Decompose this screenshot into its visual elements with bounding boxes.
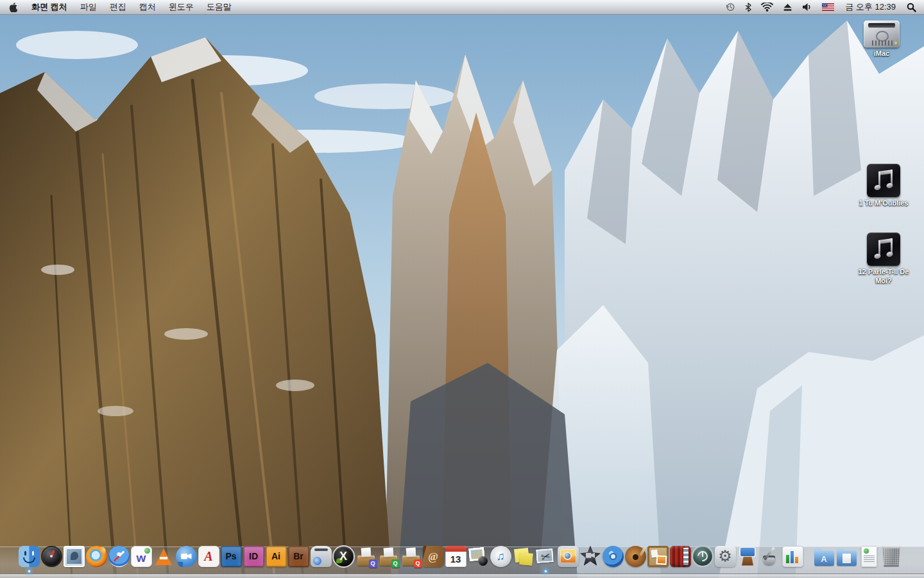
- app-icon: [647, 546, 669, 567]
- dock-item-toast[interactable]: [310, 545, 332, 568]
- dock-item-webhard[interactable]: w: [130, 545, 152, 568]
- dock-item-finder[interactable]: [18, 545, 40, 568]
- dock-item-quarkxpress[interactable]: X: [332, 545, 354, 568]
- app-icon: [176, 546, 197, 567]
- dock-item-documents-folder[interactable]: [835, 545, 857, 568]
- dock-item-indesign[interactable]: ID: [243, 545, 264, 568]
- dock-item-time-machine[interactable]: [692, 545, 714, 568]
- app-icon: Ps: [221, 546, 242, 567]
- dock-items: w A Ps ID Ai Br X Q Q Q @ 13: [18, 545, 902, 568]
- dock-item-photoshop[interactable]: Ps: [220, 545, 242, 568]
- app-icon: [558, 546, 579, 567]
- dock-item-applications-folder[interactable]: A: [813, 545, 835, 568]
- app-icon: [782, 546, 803, 567]
- menu-app-name[interactable]: 화면 캡처: [25, 0, 74, 14]
- app-icon: [468, 546, 489, 567]
- dock-item-dashboard[interactable]: [40, 545, 62, 568]
- volume-icon[interactable]: [802, 3, 812, 12]
- dock-item-pages[interactable]: [759, 545, 781, 568]
- app-icon: Q: [355, 546, 377, 567]
- dock-item-system-preferences[interactable]: ⚙: [714, 545, 736, 568]
- dock-item-firefox[interactable]: [85, 545, 107, 568]
- app-icon: [836, 546, 857, 567]
- menu-window[interactable]: 윈도우: [162, 0, 200, 14]
- dock-item-bridge[interactable]: Br: [287, 545, 309, 568]
- app-icon: Q: [378, 546, 399, 567]
- dock-item-grab[interactable]: ✂: [535, 545, 556, 568]
- app-icon: A: [814, 546, 835, 567]
- dock-item-trash[interactable]: [880, 545, 902, 568]
- bluetooth-icon[interactable]: [745, 3, 751, 12]
- music-note-icon: [867, 232, 900, 266]
- running-indicator: [544, 570, 547, 573]
- app-icon: [153, 546, 175, 567]
- dock-item-ichat[interactable]: [175, 545, 197, 568]
- menu-capture[interactable]: 캡처: [133, 0, 162, 14]
- app-icon: [737, 546, 758, 567]
- app-icon: w: [131, 546, 152, 567]
- keyboard-layout-us-flag-icon[interactable]: [822, 3, 834, 11]
- desktop-icon-label: iMac: [859, 49, 905, 58]
- dock-item-numbers[interactable]: [782, 545, 803, 568]
- badge: Q: [414, 559, 422, 568]
- app-icon: [670, 546, 691, 567]
- app-icon: [603, 546, 624, 567]
- dock-item-acrobat[interactable]: A: [198, 545, 219, 568]
- badge: Q: [391, 559, 400, 568]
- app-icon: [513, 546, 534, 567]
- app-icon: [19, 546, 40, 567]
- app-icon: Ai: [266, 546, 287, 567]
- dock-item-imovie[interactable]: [579, 545, 601, 568]
- dock-item-document-file[interactable]: [858, 545, 880, 568]
- app-icon: ♫: [490, 546, 511, 567]
- menu-bar-status-area: 금 오후 12:39: [725, 1, 919, 13]
- dock-item-iweb[interactable]: [647, 545, 669, 568]
- wallpaper-mountains: [0, 0, 924, 578]
- dock-item-itunes[interactable]: ♫: [490, 545, 511, 568]
- dock-item-safari[interactable]: [108, 545, 130, 568]
- time-machine-icon[interactable]: [725, 2, 735, 12]
- desktop-icon-label: 1 Tu M'Oublies: [845, 199, 922, 208]
- desktop-icon-imac-drive[interactable]: iMac: [859, 21, 905, 58]
- dock-item-address-book[interactable]: @: [422, 545, 444, 568]
- app-icon: ID: [243, 546, 264, 567]
- dock-item-illustrator[interactable]: Ai: [265, 545, 287, 568]
- menu-edit[interactable]: 편집: [103, 0, 133, 14]
- dock-item-keynote[interactable]: [737, 545, 758, 568]
- dock-item-vlc[interactable]: [153, 545, 175, 568]
- dock-item-garageband[interactable]: [624, 545, 646, 568]
- hard-drive-icon: [864, 21, 900, 48]
- dock-item-ical[interactable]: 13: [445, 545, 466, 568]
- eject-icon[interactable]: [783, 3, 792, 12]
- dock-item-installer-q-green[interactable]: Q: [377, 545, 399, 568]
- app-icon: 13: [445, 546, 466, 567]
- menu-help[interactable]: 도움말: [200, 0, 238, 14]
- dock-item-installer-q-red[interactable]: Q: [400, 545, 422, 568]
- dock-item-stickies[interactable]: [512, 545, 534, 568]
- app-icon: [41, 546, 62, 567]
- dock-item-image-capture[interactable]: [467, 545, 489, 568]
- desktop-icon-music-file-2[interactable]: 12 Parle-T-Il De Moi?: [845, 232, 922, 286]
- app-icon: [760, 546, 781, 567]
- dock-item-installer-q-blue[interactable]: Q: [355, 545, 377, 568]
- dock-item-iphoto[interactable]: [557, 545, 579, 568]
- desktop-icon-music-file-1[interactable]: 1 Tu M'Oublies: [845, 164, 922, 208]
- wifi-icon[interactable]: [761, 3, 773, 12]
- dock-item-idvd[interactable]: [602, 545, 624, 568]
- dock-item-mail[interactable]: [63, 545, 85, 568]
- app-icon: [64, 546, 85, 567]
- app-icon: Br: [288, 546, 309, 567]
- app-icon: @: [423, 546, 444, 567]
- music-note-icon: [867, 164, 900, 197]
- menu-file[interactable]: 파일: [74, 0, 103, 14]
- app-icon: [86, 546, 107, 567]
- app-icon: X: [334, 547, 354, 566]
- apple-menu[interactable]: [5, 3, 25, 12]
- dock-item-photo-booth[interactable]: [669, 545, 691, 568]
- app-icon: [311, 546, 332, 567]
- app-icon: ✂: [535, 546, 556, 567]
- spotlight-icon[interactable]: [907, 3, 916, 12]
- app-icon: [108, 546, 130, 567]
- app-icon: ⚙: [715, 546, 736, 567]
- menu-bar-clock[interactable]: 금 오후 12:39: [844, 1, 897, 13]
